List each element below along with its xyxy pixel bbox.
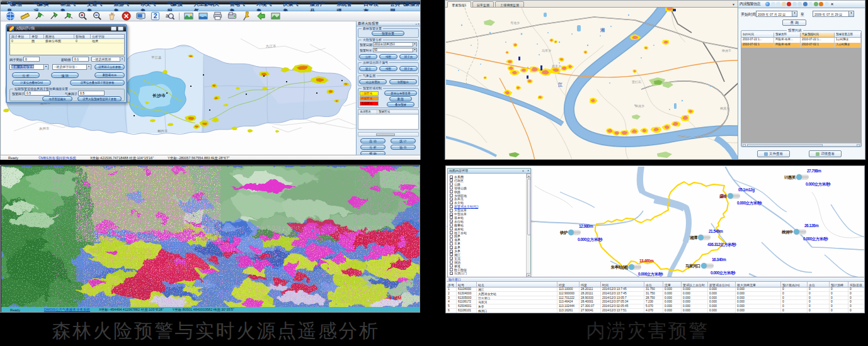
svg-text:平江县: 平江县 xyxy=(151,55,161,59)
svg-text:株洲市: 株洲市 xyxy=(721,48,731,53)
svg-text:湘潭: 湘潭 xyxy=(689,235,698,240)
svg-text:雷打石: 雷打石 xyxy=(632,80,641,84)
svg-text:株洲乡: 株洲乡 xyxy=(634,104,644,108)
svg-text:马家河口: 马家河口 xyxy=(685,264,700,269)
svg-text:群丰乡: 群丰乡 xyxy=(552,64,561,68)
svg-text:长沙市: 长沙市 xyxy=(152,94,166,99)
svg-text:≈9 16M: ≈9 16M xyxy=(387,296,401,300)
svg-text:马家乡: 马家乡 xyxy=(542,48,551,52)
svg-text:永州市: 永州市 xyxy=(39,127,49,131)
svg-text:0.000立方米/秒: 0.000立方米/秒 xyxy=(737,201,762,206)
svg-text:0.000立方米/秒: 0.000立方米/秒 xyxy=(711,271,736,276)
svg-text:0.006立方米/秒: 0.006立方米/秒 xyxy=(638,272,663,277)
svg-text:计惠奖: 计惠奖 xyxy=(784,175,796,180)
svg-text:朱亭站(湘): 朱亭站(湘) xyxy=(610,265,629,270)
svg-text:26.126m: 26.126m xyxy=(804,223,819,228)
svg-text:27.798m: 27.798m xyxy=(807,169,821,173)
svg-text:05.1m12g: 05.1m12g xyxy=(738,187,755,193)
svg-text:郴州市: 郴州市 xyxy=(157,129,168,133)
svg-text:0.000立方米/秒: 0.000立方米/秒 xyxy=(806,182,831,187)
svg-text:枫溪乡: 枫溪乡 xyxy=(720,106,729,111)
svg-text:12.980m: 12.980m xyxy=(579,224,593,228)
svg-text:21.549m: 21.549m xyxy=(709,229,723,233)
svg-text:0.000立方米/秒: 0.000立方米/秒 xyxy=(803,237,828,242)
svg-text:盛绘: 盛绘 xyxy=(719,194,728,199)
svg-text:436.312立方米/秒: 436.312立方米/秒 xyxy=(707,242,736,247)
svg-text:13.460m: 13.460m xyxy=(639,259,654,263)
svg-text:株洲中: 株洲中 xyxy=(781,230,793,235)
svg-text:九江市: 九江市 xyxy=(266,44,276,48)
svg-text:铁炉: 铁炉 xyxy=(559,230,568,235)
svg-text:湘: 湘 xyxy=(600,28,605,33)
svg-text:2: 2 xyxy=(154,13,157,20)
svg-text:16.340m: 16.340m xyxy=(712,257,726,262)
svg-text:0.000立方米/秒: 0.000立方米/秒 xyxy=(578,237,603,242)
svg-text:江: 江 xyxy=(557,82,562,87)
svg-text:考迪乡: 考迪乡 xyxy=(510,21,520,25)
